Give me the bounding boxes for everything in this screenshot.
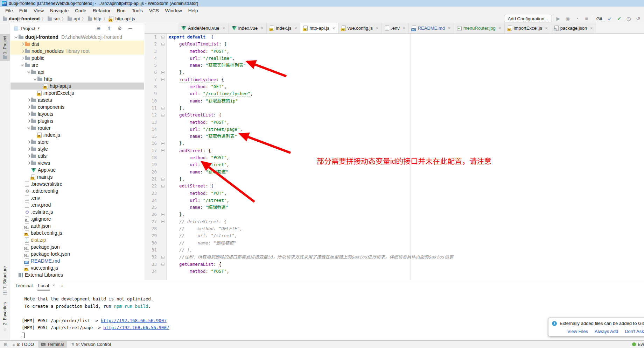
chevron-down-icon[interactable]: ▼ (37, 27, 40, 30)
tree-item[interactable]: dist (10, 41, 144, 48)
tree-item[interactable]: assets (10, 97, 144, 104)
breadcrumb-item[interactable]: JShttp-api.js (109, 16, 135, 21)
terminal-tab-local[interactable]: Local (37, 280, 50, 291)
tree-item[interactable]: .browserslistrc (10, 180, 144, 187)
add-configuration-button[interactable]: Add Configuration... (504, 15, 552, 22)
tree-item[interactable]: JSimportExcel.js (10, 90, 144, 97)
update-icon[interactable]: ↙ (607, 16, 613, 21)
notification-action-view-files[interactable]: View Files (567, 329, 588, 334)
menu-item-vcs[interactable]: VCS (146, 7, 162, 14)
menu-item-tools[interactable]: Tools (128, 7, 146, 14)
close-icon[interactable]: × (294, 26, 297, 31)
chevron-right-icon[interactable] (26, 148, 31, 150)
close-icon[interactable]: × (448, 26, 450, 31)
menu-item-file[interactable]: File (2, 7, 16, 14)
breadcrumb-item[interactable]: api (68, 16, 79, 21)
tree-item[interactable]: .eslintrc.js (10, 208, 144, 215)
fold-marker[interactable] (159, 69, 167, 76)
editor-tab--env[interactable]: .env× (382, 23, 409, 33)
chevron-down-icon[interactable] (26, 72, 31, 73)
fold-marker[interactable] (159, 147, 167, 154)
breadcrumb-item[interactable]: duoji-frontend (3, 16, 40, 21)
chevron-right-icon[interactable] (20, 50, 25, 52)
revert-icon[interactable]: ↺ (635, 16, 641, 21)
debug-icon[interactable]: ◉ (565, 16, 571, 21)
close-icon[interactable]: × (590, 26, 593, 31)
fold-marker[interactable] (159, 140, 167, 147)
tree-item[interactable]: views (10, 159, 144, 166)
status-bar-item-terminal[interactable]: >_Terminal (38, 341, 67, 348)
coverage-icon[interactable]: ◔ (574, 16, 580, 21)
tree-item[interactable]: plugins (10, 118, 144, 125)
terminal-cursor[interactable] (22, 333, 25, 338)
close-icon[interactable]: × (52, 283, 55, 288)
tree-item[interactable]: External Libraries (10, 271, 144, 278)
chevron-right-icon[interactable] (26, 113, 31, 115)
notification-action-don-t-ask-again[interactable]: Don't Ask Again (625, 329, 644, 334)
settings-icon[interactable]: ⚙ (117, 26, 123, 31)
close-icon[interactable]: × (223, 26, 225, 31)
chevron-right-icon[interactable] (26, 162, 31, 164)
project-panel-title[interactable]: Project (21, 26, 35, 31)
editor-tab-importexcel-js[interactable]: JSimportExcel.js× (505, 23, 551, 33)
fold-marker[interactable] (159, 254, 167, 261)
chevron-right-icon[interactable] (26, 141, 31, 143)
chevron-right-icon[interactable] (26, 106, 31, 108)
tree-item[interactable]: ⊘.gitignore (10, 215, 144, 222)
breadcrumb-item[interactable]: http (88, 16, 102, 21)
tree-item[interactable]: api (10, 69, 144, 76)
menu-item-window[interactable]: Window (162, 7, 185, 14)
notification-action-always-add[interactable]: Always Add (595, 329, 618, 334)
tree-item[interactable]: utils (10, 152, 144, 159)
stop-icon[interactable]: ■ (583, 16, 590, 21)
stripe-tab-1-project[interactable]: 1: Project (0, 34, 10, 61)
chevron-right-icon[interactable] (20, 43, 25, 45)
tree-item[interactable]: JSvue.config.js (10, 264, 144, 271)
tree-item[interactable]: JSindex.js (10, 132, 144, 139)
tree-item[interactable]: layouts (10, 111, 144, 118)
chevron-right-icon[interactable] (26, 155, 31, 157)
fold-marker[interactable] (159, 34, 167, 41)
tree-item[interactable]: ⚙.editorconfig (10, 187, 144, 194)
menu-item-view[interactable]: View (30, 7, 47, 14)
tree-item[interactable]: dist.zip (10, 236, 144, 243)
editor-tab-vue-config-js[interactable]: JSvue.config.js× (338, 23, 382, 33)
tree-item[interactable]: JSmain.js (10, 173, 144, 180)
commit-icon[interactable]: ✔ (616, 16, 622, 21)
menu-item-navigate[interactable]: Navigate (47, 7, 72, 14)
menu-item-run[interactable]: Run (114, 7, 129, 14)
tree-item[interactable]: .env (10, 194, 144, 201)
chevron-right-icon[interactable] (26, 120, 31, 122)
editor-tab-package-json[interactable]: {}package.json× (551, 23, 596, 33)
fold-marker[interactable] (159, 112, 167, 119)
editor-tab-menurouter-jpg[interactable]: menuRouter.jpg× (454, 23, 505, 33)
chevron-down-icon[interactable] (20, 65, 25, 66)
chevron-down-icon[interactable] (13, 37, 19, 38)
tree-item[interactable]: store (10, 139, 144, 145)
tree-item[interactable]: .env.prod (10, 201, 144, 208)
tree-item[interactable]: duoji-frontendD:\zheheWeb\duoji-frontend (10, 34, 144, 41)
menu-item-help[interactable]: Help (185, 7, 201, 14)
close-icon[interactable]: × (332, 26, 335, 31)
chevron-right-icon[interactable] (20, 57, 25, 59)
event-log-item[interactable]: Event Log (632, 342, 644, 347)
editor-tab-asidemenu-vue[interactable]: AsideMenu.vue× (178, 23, 229, 33)
fold-marker[interactable] (159, 176, 167, 183)
editor-tab-readme-md[interactable]: MDREADME.md× (409, 23, 454, 33)
stripe-tab-2-favorites[interactable]: 2: Favorites☆ (0, 300, 10, 334)
tree-item[interactable]: public (10, 55, 144, 62)
tree-item[interactable]: {}auth.json (10, 222, 144, 229)
tree-item[interactable]: MDREADME.md (10, 257, 144, 264)
close-icon[interactable]: × (376, 26, 378, 31)
tree-item[interactable]: node_moduleslibrary root (10, 48, 144, 55)
fold-marker[interactable] (159, 211, 167, 218)
editor-tab-index-vue[interactable]: index.vue× (229, 23, 267, 33)
editor-area[interactable]: AsideMenu.vue×index.vue×JSindex.js×JShtt… (145, 23, 644, 280)
menu-item-refactor[interactable]: Refactor (90, 7, 114, 14)
status-bar-item-6-todo[interactable]: ≡6: TODO (9, 341, 37, 348)
tool-windows-icon[interactable]: ⊞ (2, 342, 9, 347)
status-bar-item-9-version-control[interactable]: ⇅9: Version Control (68, 341, 114, 348)
menu-item-edit[interactable]: Edit (16, 7, 30, 14)
tree-item[interactable]: src (10, 62, 144, 69)
tree-item[interactable]: style (10, 145, 144, 152)
